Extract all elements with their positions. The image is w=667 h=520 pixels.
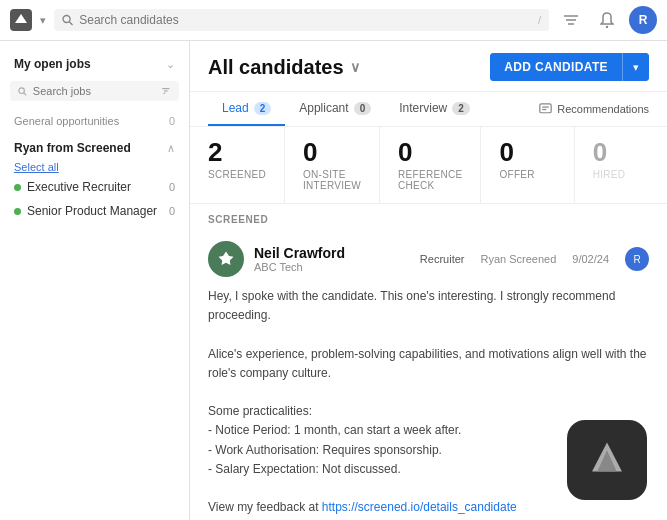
- app-logo[interactable]: [10, 9, 32, 31]
- job-status-dot-2: [14, 208, 21, 215]
- screened-section-label: SCREENED: [190, 204, 667, 231]
- feedback-link[interactable]: https://screened.io/details_candidate: [322, 500, 517, 514]
- recommendations-icon: [539, 103, 552, 116]
- add-candidate-dropdown[interactable]: ▾: [623, 53, 649, 81]
- add-candidate-button[interactable]: ADD CANDIDATE ▾: [490, 53, 649, 81]
- search-jobs-input[interactable]: [33, 85, 156, 97]
- main-title-text: All candidates: [208, 56, 344, 79]
- tab-applicant[interactable]: Applicant 0: [285, 92, 385, 126]
- search-icon: [62, 14, 73, 26]
- sidebar-item-executive-recruiter[interactable]: Executive Recruiter 0: [0, 175, 189, 199]
- svg-rect-13: [540, 103, 551, 112]
- main-header: All candidates ∨ ADD CANDIDATE ▾: [190, 41, 667, 92]
- select-all-link[interactable]: Select all: [0, 159, 189, 175]
- ryan-section-header: Ryan from Screened ∧: [0, 137, 189, 159]
- search-shortcut: /: [538, 14, 541, 26]
- main-title[interactable]: All candidates ∨: [208, 56, 360, 79]
- candidate-info: Neil Crawford ABC Tech: [254, 245, 410, 273]
- ryan-section-chevron[interactable]: ∧: [167, 142, 175, 155]
- candidate-source: Ryan Screened: [480, 253, 556, 265]
- candidate-avatar: [208, 241, 244, 277]
- search-input[interactable]: [79, 13, 528, 27]
- add-candidate-main[interactable]: ADD CANDIDATE: [490, 53, 622, 81]
- svg-marker-0: [15, 14, 27, 23]
- candidate-company: ABC Tech: [254, 261, 410, 273]
- sort-icon[interactable]: [161, 85, 171, 97]
- recommendations-button[interactable]: Recommendations: [539, 94, 649, 125]
- search-jobs-icon: [18, 86, 27, 97]
- stats-row: 2 SCREENED 0 ON-SITE INTERVIEW 0 REFEREN…: [190, 127, 667, 204]
- sidebar: My open jobs ⌄ General opportunities 0 R…: [0, 41, 190, 520]
- svg-line-9: [24, 92, 26, 94]
- app-icon-corner: [567, 420, 647, 500]
- job-count-2: 0: [169, 205, 175, 217]
- tab-interview[interactable]: Interview 2: [385, 92, 484, 126]
- candidate-header: Neil Crawford ABC Tech Recruiter Ryan Sc…: [208, 241, 649, 277]
- svg-point-1: [63, 15, 70, 22]
- general-opportunities-label: General opportunities 0: [0, 107, 189, 131]
- my-open-jobs-chevron[interactable]: ⌄: [166, 58, 175, 71]
- stat-onsite: 0 ON-SITE INTERVIEW: [285, 127, 380, 203]
- svg-point-8: [19, 87, 25, 93]
- main-title-chevron[interactable]: ∨: [350, 59, 360, 75]
- candidate-date: 9/02/24: [572, 253, 609, 265]
- stat-offer: 0 OFFER: [481, 127, 574, 203]
- svg-point-7: [606, 26, 608, 28]
- tab-lead[interactable]: Lead 2: [208, 92, 285, 126]
- topbar-right: R: [557, 6, 657, 34]
- candidate-tag: Recruiter: [420, 253, 465, 265]
- job-name-2: Senior Product Manager: [27, 204, 157, 218]
- job-name: Executive Recruiter: [27, 180, 131, 194]
- candidate-meta: Recruiter Ryan Screened 9/02/24 R: [420, 247, 649, 271]
- search-bar[interactable]: /: [54, 9, 549, 31]
- job-count: 0: [169, 181, 175, 193]
- job-status-dot: [14, 184, 21, 191]
- svg-line-2: [69, 22, 72, 25]
- topbar: ▾ / R: [0, 0, 667, 41]
- my-open-jobs-header: My open jobs ⌄: [0, 53, 189, 75]
- app-menu-chevron[interactable]: ▾: [40, 14, 46, 27]
- notification-icon[interactable]: [593, 6, 621, 34]
- user-avatar[interactable]: R: [629, 6, 657, 34]
- app-logo-large: [585, 438, 629, 482]
- sidebar-item-senior-pm[interactable]: Senior Product Manager 0: [0, 199, 189, 223]
- stat-screened: 2 SCREENED: [190, 127, 285, 203]
- tabs-bar: Lead 2 Applicant 0 Interview 2 Recommend…: [190, 92, 667, 127]
- stat-reference: 0 REFERENCE CHECK: [380, 127, 481, 203]
- my-open-jobs-title: My open jobs: [14, 57, 91, 71]
- filter-icon[interactable]: [557, 6, 585, 34]
- ryan-section-title: Ryan from Screened: [14, 141, 131, 155]
- stat-hired: 0 HIRED: [575, 127, 667, 203]
- search-jobs-bar[interactable]: [10, 81, 179, 101]
- candidate-name[interactable]: Neil Crawford: [254, 245, 410, 261]
- candidate-user-avatar: R: [625, 247, 649, 271]
